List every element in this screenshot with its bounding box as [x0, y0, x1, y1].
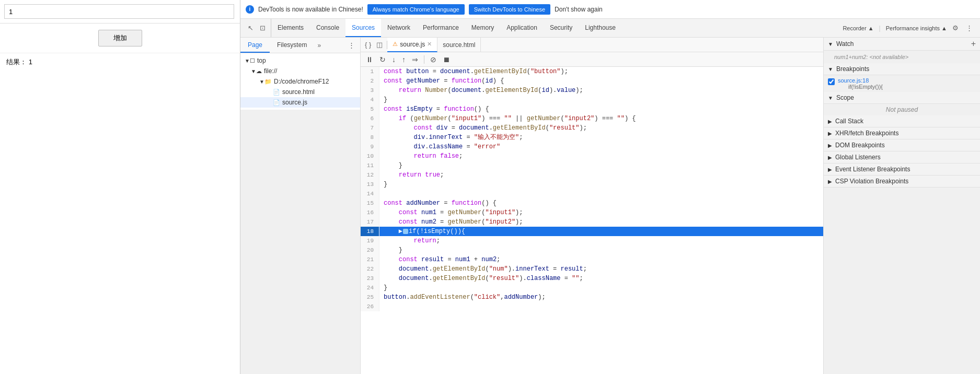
watch-empty: num1+num2: <not available>	[824, 51, 980, 63]
source-tab-html[interactable]: source.html	[437, 38, 481, 52]
watch-title: Watch	[836, 40, 854, 48]
sources-left: Page Filesystem » ⋮ ▼ ☐ top ▼	[240, 38, 361, 374]
tree-item-chromef12[interactable]: ▼ 📁 D:/code/chromeF12	[240, 76, 360, 87]
sidebar-icon[interactable]: ◫	[374, 40, 385, 50]
button-area: 增加	[0, 24, 240, 53]
settings-icon[interactable]: ⚙	[950, 23, 961, 33]
xhr-header[interactable]: ▶ XHR/fetch Breakpoints	[824, 127, 980, 139]
dom-header[interactable]: ▶ DOM Breakpoints	[824, 139, 980, 151]
tab-performance[interactable]: Performance	[417, 19, 465, 37]
tab-elements[interactable]: Elements	[271, 19, 310, 37]
performance-insights-tab[interactable]: Performance insights ▲	[886, 25, 947, 31]
code-line: 19 return;	[361, 236, 823, 246]
code-line: 12 return true;	[361, 170, 823, 180]
add-button[interactable]: 增加	[98, 30, 142, 46]
breakpoint-code: if(!isEmpty()){	[838, 84, 883, 90]
dom-title: DOM Breakpoints	[835, 142, 885, 149]
breakpoint-checkbox[interactable]	[828, 78, 835, 85]
callstack-header[interactable]: ▶ Call Stack	[824, 115, 980, 127]
switch-devtools-button[interactable]: Switch DevTools to Chinese	[469, 4, 550, 15]
scope-section: ▼ Scope Not paused	[824, 92, 980, 115]
inspect-icon[interactable]: ↖	[246, 23, 256, 33]
left-panel: 增加 结果： 1	[0, 0, 240, 374]
code-line: 1 const button = document.getElementById…	[361, 67, 823, 76]
step-over-btn[interactable]: ↻	[377, 54, 388, 65]
event-arrow: ▶	[828, 167, 832, 172]
deactivate-btn[interactable]: ⊘	[428, 54, 439, 65]
breakpoints-title: Breakpoints	[836, 65, 869, 73]
pause-exceptions-btn[interactable]: ⏹	[441, 54, 452, 65]
code-editor[interactable]: 1 const button = document.getElementById…	[361, 67, 823, 374]
resume-btn[interactable]: ⏸	[364, 54, 375, 65]
tab-lighthouse[interactable]: Lighthouse	[579, 19, 622, 37]
code-line: 25 button.addEventListener("click",addNu…	[361, 293, 823, 302]
sub-tab-filesystem[interactable]: Filesystem	[270, 38, 314, 53]
device-icon[interactable]: ⊡	[258, 23, 268, 33]
info-icon: i	[246, 5, 254, 14]
match-language-button[interactable]: Always match Chrome's language	[367, 4, 465, 15]
tree-label-top: top	[257, 57, 266, 64]
global-header[interactable]: ▶ Global Listeners	[824, 151, 980, 163]
tab-application[interactable]: Application	[500, 19, 544, 37]
code-line: 15 const addNumber = function() {	[361, 198, 823, 208]
code-line: 22 document.getElementById("num").innerT…	[361, 264, 823, 274]
source-tab-html-label: source.html	[443, 41, 475, 49]
code-line: 3 return Number(document.getElementById(…	[361, 86, 823, 95]
csp-section: ▶ CSP Violation Breakpoints	[824, 176, 980, 188]
tree-item-source-html[interactable]: ▶ 📄 source.html	[240, 87, 360, 97]
sub-tab-page[interactable]: Page	[240, 38, 270, 53]
code-line: 9 div.className = "error"	[361, 142, 823, 151]
input-area	[0, 0, 240, 24]
tab-console[interactable]: Console	[310, 19, 345, 37]
sources-body: Page Filesystem » ⋮ ▼ ☐ top ▼	[240, 38, 980, 374]
tab-sources[interactable]: Sources	[345, 19, 381, 37]
code-line: 20 }	[361, 246, 823, 255]
code-line-18: 18 ▶if(!isEmpty()){	[361, 227, 823, 236]
tab-network[interactable]: Network	[381, 19, 417, 37]
source-tab-js[interactable]: ⚠ source.js ✕	[387, 38, 437, 52]
tree-label-file: file://	[264, 67, 277, 75]
step-btn[interactable]: ⇒	[410, 54, 420, 65]
event-header[interactable]: ▶ Event Listener Breakpoints	[824, 163, 980, 176]
code-line: 26	[361, 302, 823, 311]
watch-header[interactable]: ▼ Watch +	[824, 38, 980, 51]
warn-icon: ⚠	[393, 41, 398, 48]
code-line: 23 document.getElementById("result").cla…	[361, 274, 823, 283]
callstack-section: ▶ Call Stack	[824, 115, 980, 127]
xhr-title: XHR/fetch Breakpoints	[835, 130, 898, 137]
tree-label-chromef12: D:/code/chromeF12	[274, 78, 329, 85]
dont-show-button[interactable]: Don't show again	[555, 6, 603, 13]
sub-tab-bar: Page Filesystem » ⋮	[240, 38, 360, 53]
step-out-btn[interactable]: ↑	[400, 54, 408, 65]
xhr-section: ▶ XHR/fetch Breakpoints	[824, 127, 980, 139]
csp-header[interactable]: ▶ CSP Violation Breakpoints	[824, 176, 980, 188]
event-section: ▶ Event Listener Breakpoints	[824, 163, 980, 176]
format-icon[interactable]: { }	[363, 40, 373, 50]
more-tabs-icon[interactable]: »	[314, 42, 324, 49]
code-line: 5 const isEmpty = function() {	[361, 104, 823, 114]
scope-header[interactable]: ▼ Scope	[824, 92, 980, 104]
code-line: 24 }	[361, 283, 823, 293]
tree-item-file[interactable]: ▼ ☁ file://	[240, 66, 360, 76]
source-tab-js-close[interactable]: ✕	[427, 41, 432, 48]
event-title: Event Listener Breakpoints	[835, 166, 910, 173]
watch-arrow: ▼	[828, 41, 833, 47]
tab-security[interactable]: Security	[544, 19, 579, 37]
step-into-btn[interactable]: ↓	[390, 54, 398, 65]
breakpoints-arrow: ▼	[828, 66, 833, 72]
csp-title: CSP Violation Breakpoints	[835, 178, 908, 185]
code-line: 14	[361, 189, 823, 198]
file-tree: ▼ ☐ top ▼ ☁ file:// ▼ 📁 D:/code/chromeF1…	[240, 53, 361, 110]
watch-add-btn[interactable]: +	[971, 40, 976, 48]
tab-memory[interactable]: Memory	[465, 19, 500, 37]
tree-dots-icon[interactable]: ⋮	[346, 40, 357, 50]
tree-item-source-js[interactable]: ▶ 📄 source.js	[240, 97, 360, 108]
number-input[interactable]	[4, 4, 234, 19]
recorder-tab[interactable]: Recorder ▲	[843, 25, 873, 31]
sources-middle: { } ◫ ⚠ source.js ✕ source.html	[361, 38, 823, 374]
breakpoint-file: source.js:18	[838, 77, 869, 84]
tree-item-top[interactable]: ▼ ☐ top	[240, 55, 360, 66]
breakpoints-header[interactable]: ▼ Breakpoints	[824, 63, 980, 75]
dom-section: ▶ DOM Breakpoints	[824, 139, 980, 151]
more-icon[interactable]: ⋮	[964, 23, 975, 33]
